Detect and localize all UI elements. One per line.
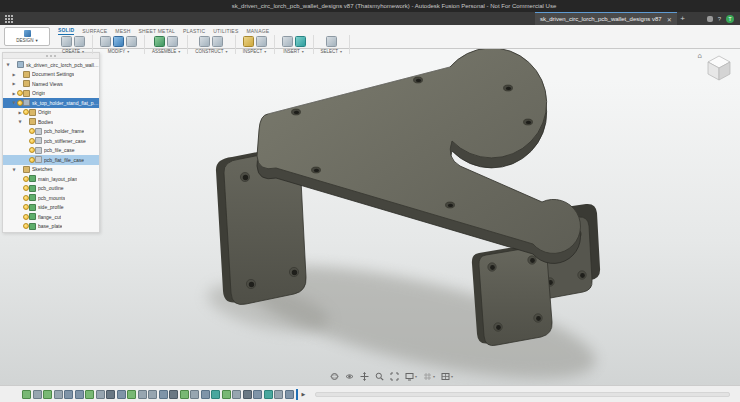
document-tab[interactable]: sk_driven_circ_lorch_pcb_wallet_designs …	[535, 12, 677, 26]
ribbon-tab[interactable]: MESH	[115, 28, 130, 35]
timeline-feature-icon[interactable]	[127, 390, 136, 399]
browser-tree-item[interactable]: pcb_mounts	[3, 193, 99, 203]
timeline-position-marker[interactable]	[296, 389, 298, 400]
timeline-feature-icon[interactable]	[159, 390, 168, 399]
look-at-icon[interactable]	[345, 372, 354, 381]
create-group-dropdown[interactable]: CREATE▾	[62, 49, 84, 54]
browser-tree-item[interactable]: ▼ sk_top_holder_stand_flat_pcb v2:1	[3, 98, 99, 108]
ribbon-tab[interactable]: MANAGE	[246, 28, 269, 35]
expander-icon[interactable]: ▼	[5, 62, 11, 67]
decal-tool-icon[interactable]	[295, 36, 306, 47]
browser-tree-item[interactable]: pcb_holder_frame	[3, 127, 99, 137]
browser-tree-item[interactable]: ▶ Origin	[3, 89, 99, 99]
assemble-group-dropdown[interactable]: ASSEMBLE▾	[152, 49, 180, 54]
timeline-feature-icon[interactable]	[96, 390, 105, 399]
job-status-icon[interactable]	[707, 16, 713, 22]
ribbon-tab[interactable]: SHEET METAL	[139, 28, 175, 35]
expander-icon[interactable]: ▶	[11, 81, 17, 86]
browser-tree-item[interactable]: ▼ sk_driven_circ_lorch_pcb_wallet_design…	[3, 60, 99, 70]
timeline-feature-icon[interactable]	[43, 390, 52, 399]
insert-group-dropdown[interactable]: INSERT▾	[283, 49, 303, 54]
timeline-scroll-track[interactable]	[315, 392, 730, 397]
timeline-feature-icon[interactable]	[54, 390, 63, 399]
account-avatar[interactable]: T	[726, 15, 734, 23]
grid-settings-icon[interactable]: ▾	[423, 372, 435, 381]
fillet-tool-icon[interactable]	[113, 36, 124, 47]
3d-viewport-canvas[interactable]	[0, 0, 740, 402]
workspace-selector[interactable]: DESIGN ▾	[4, 27, 50, 46]
browser-tree-item[interactable]: ▶ Named Views	[3, 79, 99, 89]
rigid-group-tool-icon[interactable]	[167, 36, 178, 47]
orbit-icon[interactable]	[330, 372, 339, 381]
view-cube-icon[interactable]	[704, 52, 734, 82]
browser-tree-item[interactable]: main_layout_plan	[3, 174, 99, 184]
timeline-feature-icon[interactable]	[232, 390, 241, 399]
browser-tree-item[interactable]: pcb_outline	[3, 184, 99, 194]
tab-close-icon[interactable]: ✕	[667, 16, 672, 23]
expander-icon[interactable]: ▼	[11, 167, 17, 172]
ribbon-tab[interactable]: PLASTIC	[183, 28, 205, 35]
zoom-icon[interactable]	[375, 372, 384, 381]
timeline-feature-icon[interactable]	[285, 390, 294, 399]
pan-icon[interactable]	[360, 372, 369, 381]
timeline-feature-icon[interactable]	[201, 390, 210, 399]
inspect-group-dropdown[interactable]: INSPECT▾	[243, 49, 267, 54]
extrude-tool-icon[interactable]	[74, 36, 85, 47]
timeline-feature-icon[interactable]	[106, 390, 115, 399]
timeline-feature-icon[interactable]	[85, 390, 94, 399]
timeline-next-icon[interactable]: ▶	[302, 391, 306, 397]
new-tab-button[interactable]: +	[677, 14, 689, 23]
insert-mesh-tool-icon[interactable]	[282, 36, 293, 47]
measure-tool-icon[interactable]	[243, 36, 254, 47]
timeline-feature-icon[interactable]	[222, 390, 231, 399]
timeline-feature-icon[interactable]	[138, 390, 147, 399]
joint-tool-icon[interactable]	[154, 36, 165, 47]
browser-tree-item[interactable]: side_profile	[3, 203, 99, 213]
ribbon-tab[interactable]: SOLID	[58, 27, 74, 35]
file-grid-icon[interactable]	[4, 14, 16, 23]
tree-item-label: pcb_holder_frame	[44, 128, 84, 134]
timeline-feature-icon[interactable]	[253, 390, 262, 399]
expander-icon[interactable]: ▼	[17, 119, 23, 124]
shell-tool-icon[interactable]	[126, 36, 137, 47]
timeline-feature-icon[interactable]	[117, 390, 126, 399]
browser-tree-item[interactable]: pcb_file_case	[3, 146, 99, 156]
display-settings-icon[interactable]: ▾	[405, 372, 417, 381]
fit-icon[interactable]	[390, 372, 399, 381]
timeline-feature-icon[interactable]	[75, 390, 84, 399]
timeline-feature-icon[interactable]	[64, 390, 73, 399]
axis-tool-icon[interactable]	[212, 36, 223, 47]
timeline-feature-icon[interactable]	[148, 390, 157, 399]
browser-tree-item[interactable]: flange_cut	[3, 212, 99, 222]
ribbon-tab[interactable]: SURFACE	[82, 28, 107, 35]
viewports-icon[interactable]: ▾	[441, 372, 453, 381]
select-tool-icon[interactable]	[326, 36, 337, 47]
browser-tree-item[interactable]: pcb_stiffener_case	[3, 136, 99, 146]
construct-group-dropdown[interactable]: CONSTRUCT▾	[195, 49, 227, 54]
timeline-feature-icon[interactable]	[169, 390, 178, 399]
timeline-feature-icon[interactable]	[274, 390, 283, 399]
offset-plane-tool-icon[interactable]	[199, 36, 210, 47]
press-pull-tool-icon[interactable]	[100, 36, 111, 47]
ribbon-tab[interactable]: UTILITIES	[213, 28, 238, 35]
browser-tree-item[interactable]: ▼ Bodies	[3, 117, 99, 127]
modify-group-dropdown[interactable]: MODIFY▾	[108, 49, 130, 54]
timeline-feature-icon[interactable]	[264, 390, 273, 399]
section-analysis-tool-icon[interactable]	[256, 36, 267, 47]
timeline-feature-icon[interactable]	[180, 390, 189, 399]
timeline-feature-icon[interactable]	[22, 390, 31, 399]
browser-tree-item[interactable]: ▼ Sketches	[3, 165, 99, 175]
browser-tree-item[interactable]: ▶ Origin	[3, 108, 99, 118]
timeline-feature-icon[interactable]	[243, 390, 252, 399]
view-cube[interactable]: ⌂	[698, 52, 734, 82]
browser-tree-item[interactable]: ▶ Document Settings	[3, 70, 99, 80]
timeline-feature-icon[interactable]	[211, 390, 220, 399]
browser-tree-item[interactable]: base_plate	[3, 222, 99, 232]
expander-icon[interactable]: ▶	[11, 72, 17, 77]
timeline-feature-icon[interactable]	[190, 390, 199, 399]
new-component-tool-icon[interactable]	[61, 36, 72, 47]
help-icon[interactable]: ?	[718, 16, 721, 22]
browser-tree-item[interactable]: pcb_flat_file_case	[3, 155, 99, 165]
timeline-feature-icon[interactable]	[33, 390, 42, 399]
select-group-dropdown[interactable]: SELECT▾	[321, 49, 343, 54]
